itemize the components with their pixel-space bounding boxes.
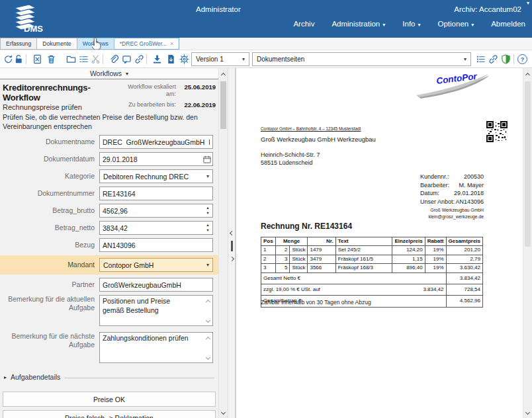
chevron-down-icon: ▾ bbox=[242, 56, 245, 62]
main-area: Workflows ▾ Kreditorenrechnungs-Workflow… bbox=[0, 68, 532, 418]
tab-document-drec[interactable]: *DREC GroßWer... × bbox=[114, 38, 179, 50]
partner-input[interactable] bbox=[99, 278, 213, 292]
scroll-up-icon[interactable] bbox=[219, 70, 228, 79]
preise-falsch-button[interactable]: Preise falsch -> Reklamation bbox=[3, 410, 216, 418]
index-list-icon[interactable] bbox=[78, 54, 89, 65]
link-icon[interactable] bbox=[134, 54, 145, 65]
invoice-table-header: Pos Menge Nr. Text Einzelpreis Rabatt Ge… bbox=[261, 237, 483, 246]
info-label: Datum: bbox=[420, 189, 439, 198]
recipient-address: Groß Werkzeugbau GmbH Werkzeugbau Heinri… bbox=[261, 136, 376, 167]
split-scissors-icon-disabled[interactable] bbox=[90, 54, 101, 65]
pages-select[interactable]: Dokumentseiten ▾ bbox=[252, 52, 471, 66]
help-icon[interactable]: ? bbox=[517, 54, 527, 64]
bezug-input[interactable] bbox=[99, 238, 213, 252]
download-icon[interactable] bbox=[152, 54, 163, 65]
tab-workflows[interactable]: Workflows bbox=[77, 38, 114, 50]
scroll-up-icon[interactable] bbox=[204, 337, 211, 341]
aufgabendetails-expander[interactable]: ▸ Aufgabendetails bbox=[0, 369, 218, 381]
invoice-total-netto: Gesamt Netto € 3.834,42 bbox=[261, 272, 483, 284]
betrag-brutto-stepper[interactable]: ▲ ▼ bbox=[203, 204, 212, 217]
refresh-icon[interactable] bbox=[3, 54, 14, 65]
collapse-left-icon[interactable] bbox=[229, 231, 234, 235]
info-label: Kundennr.: bbox=[420, 173, 449, 181]
page-list-icon[interactable] bbox=[475, 54, 486, 65]
recipient-name: Groß Werkzeugbau GmbH Werkzeugbau bbox=[261, 136, 376, 143]
folder-icon[interactable] bbox=[66, 54, 77, 65]
recipient-street: Heinrich-Schicht-Str. 7 bbox=[261, 151, 376, 159]
spinner-down-icon[interactable]: ▼ bbox=[206, 212, 209, 216]
dokumentname-input[interactable] bbox=[99, 135, 213, 149]
attachment-paperclip-icon[interactable] bbox=[108, 54, 119, 65]
unlock-icon[interactable] bbox=[13, 54, 24, 65]
field-bezug: Bezug bbox=[0, 238, 218, 252]
menu-abmelden[interactable]: Abmelden bbox=[491, 20, 525, 28]
spinner-up-icon[interactable]: ▲ bbox=[206, 224, 209, 228]
spinner-down-icon[interactable]: ▼ bbox=[206, 229, 209, 233]
toolbar: Version 1 ▾ Dokumentseiten ▾ ? bbox=[0, 50, 532, 68]
mandant-select[interactable]: Contopor GmbH ▾ bbox=[99, 258, 213, 272]
version-select[interactable]: Version 1 ▾ bbox=[191, 52, 249, 66]
archive-dropdown-caret-icon[interactable]: ▾ bbox=[527, 0, 529, 6]
gear-icon[interactable] bbox=[179, 54, 190, 65]
betrag-netto-stepper[interactable]: ▲ ▼ bbox=[203, 222, 212, 234]
escalation-date: 25.06.2019 bbox=[177, 83, 216, 101]
close-icon[interactable]: × bbox=[170, 40, 173, 47]
scroll-up-icon[interactable] bbox=[523, 70, 532, 79]
document-preview-panel: ContoPor Contopor GmbH – Bahnhofstr. 4 –… bbox=[236, 68, 523, 418]
scroll-down-icon[interactable] bbox=[219, 407, 228, 417]
workflow-task-name: Rechnungspreise prüfen bbox=[3, 103, 119, 111]
collapse-right-icon[interactable] bbox=[229, 257, 234, 261]
workflows-panel-selector[interactable]: Workflows ▾ bbox=[0, 68, 218, 79]
kategorie-select[interactable]: Debitoren Rechnung DREC ▾ bbox=[99, 169, 213, 183]
delete-trash-icon[interactable] bbox=[46, 54, 57, 65]
qr-code bbox=[486, 121, 508, 142]
shield-protection-icon[interactable] bbox=[500, 54, 511, 65]
note-icon[interactable] bbox=[121, 54, 132, 65]
discard-document-icon[interactable] bbox=[32, 54, 43, 65]
menu-optionen[interactable]: Optionen ▾ bbox=[438, 20, 474, 28]
document-scrollbar[interactable] bbox=[523, 68, 532, 418]
tab-erfassung[interactable]: Erfassung bbox=[0, 38, 37, 50]
preise-ok-button[interactable]: Preise OK bbox=[3, 392, 216, 407]
field-bemerkung-naechste: Bemerkung für die nächste Aufgabe Zahlun… bbox=[0, 332, 218, 366]
contopor-logo: ContoPor bbox=[414, 72, 495, 101]
export-document-icon[interactable] bbox=[165, 54, 177, 65]
calendar-icon[interactable] bbox=[203, 154, 211, 166]
toolbar-separator bbox=[146, 54, 147, 64]
invoice-row: 35 Stück3566 Fräskopf 168/3896,40 19%3.6… bbox=[261, 264, 483, 272]
dokumentdatum-input[interactable] bbox=[99, 152, 213, 166]
spinner-up-icon[interactable]: ▲ bbox=[206, 206, 209, 210]
splitter-grip[interactable] bbox=[231, 241, 233, 251]
workflow-panel: Workflows ▾ Kreditorenrechnungs-Workflow… bbox=[0, 68, 218, 418]
due-date: 22.06.2019 bbox=[177, 101, 216, 111]
link-pages-icon[interactable] bbox=[488, 54, 499, 65]
menu-administration[interactable]: Administration ▾ bbox=[332, 20, 385, 28]
chevron-down-icon: ▾ bbox=[206, 262, 209, 268]
bemerkung-aktuell-textarea[interactable]: Positionen und Preise gemäß Bestellung bbox=[99, 295, 213, 326]
tab-dokumente[interactable]: Dokumente bbox=[37, 38, 77, 50]
workflow-description: Prüfen Sie, ob die verrechneten Preise d… bbox=[0, 111, 218, 135]
bemerkung-naechste-textarea[interactable]: Zahlungskonditionen prüfen bbox=[99, 332, 213, 363]
workflow-panel-scrollbar[interactable] bbox=[218, 68, 228, 418]
betrag-netto-input[interactable] bbox=[99, 221, 213, 235]
scrollbar-thumb[interactable] bbox=[525, 81, 531, 247]
scroll-up-icon[interactable] bbox=[204, 300, 211, 304]
scroll-down-icon[interactable] bbox=[204, 319, 211, 322]
payment-terms: Zahlbar innerhalb von 30 Tagen ohne Abzu… bbox=[261, 299, 371, 306]
menu-archiv[interactable]: Archiv bbox=[293, 20, 314, 28]
workflow-header: Kreditorenrechnungs-Workflow Rechnungspr… bbox=[0, 79, 218, 111]
dokumentnummer-input[interactable] bbox=[99, 187, 213, 200]
scrollbar-thumb[interactable] bbox=[220, 81, 226, 129]
menu-info[interactable]: Info ▾ bbox=[402, 20, 420, 28]
workflow-actions: Preise OK Preise falsch -> Reklamation W… bbox=[0, 392, 218, 418]
due-label: Zu bearbeiten bis: bbox=[119, 101, 176, 111]
scroll-down-icon[interactable] bbox=[204, 356, 211, 359]
info-value: AN143096 bbox=[455, 198, 484, 206]
betrag-brutto-input[interactable] bbox=[99, 204, 213, 218]
panel-splitter[interactable] bbox=[228, 68, 236, 418]
workflow-title: Kreditorenrechnungs-Workflow bbox=[3, 83, 119, 103]
field-dokumentnummer: Dokumentnummer bbox=[0, 187, 218, 200]
field-mandant-highlighted: Mandant Contopor GmbH ▾ bbox=[0, 255, 218, 274]
scroll-down-icon[interactable] bbox=[523, 407, 532, 417]
current-user-label: Administrator bbox=[196, 5, 241, 13]
